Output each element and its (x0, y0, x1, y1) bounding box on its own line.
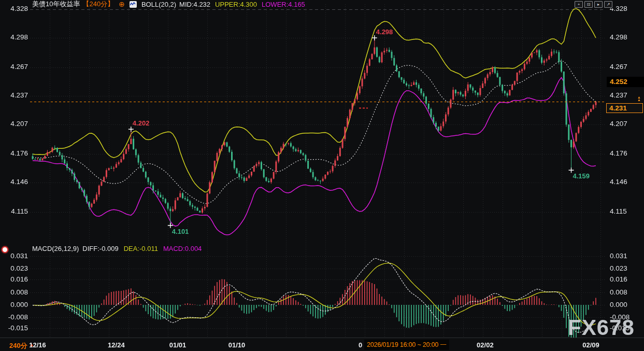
date-label: 01/10 (228, 341, 246, 349)
price-tick-label: 4.267 (610, 63, 627, 71)
macd-tick-label: -0.015 (0, 324, 28, 332)
high-price-tag: 4.252 (607, 77, 644, 87)
timeframe-tag[interactable]: 【240分】 (82, 0, 114, 9)
fit-pane-icon[interactable]: ⊡ (584, 1, 593, 8)
timeframe-footer[interactable]: 240分 (9, 341, 27, 350)
pop-out-icon[interactable]: ↗ (604, 1, 612, 8)
price-tick-label: 4.207 (0, 120, 28, 128)
price-tick-label: 4.146 (610, 178, 627, 186)
macd-tick-label: 0.008 (0, 288, 28, 296)
alert-dot-icon (2, 246, 8, 253)
macd-value: MACD:0.004 (163, 245, 202, 252)
macd-tick-label: 0.023 (610, 264, 627, 272)
macd-diff-value: DIFF:-0.009 (82, 245, 118, 252)
boll-mid-value: MID:4.232 (179, 1, 210, 8)
date-label: 02/09 (582, 341, 599, 349)
macd-legend: MACD(26,12,9) DIFF:-0.009 DEA:-0.011 MAC… (32, 245, 202, 252)
date-range-tooltip: 2026/01/19 16:00 ~ 20:00 一 (364, 340, 449, 350)
main-chart-legend: 美债10年收益率 【240分】 ⊕ BOLL(20,2) MID:4.232 U… (32, 0, 305, 8)
date-label-partial: 0 (359, 341, 362, 349)
chart-type-icon[interactable] (130, 1, 137, 8)
macd-dea-value: DEA:-0.011 (124, 245, 158, 252)
price-tick-label: 4.298 (610, 33, 627, 41)
boll-label: BOLL(20,2) (141, 1, 176, 8)
price-marker-icon: ▲▲ (637, 96, 641, 101)
boll-lower-value: LOWER:4.165 (262, 1, 305, 8)
price-tick-label: 4.176 (610, 149, 627, 157)
price-tick-label: 4.146 (0, 178, 28, 186)
next-pane-icon[interactable]: ▸ (594, 1, 603, 8)
move-tool-icon[interactable]: + (575, 1, 583, 8)
price-tick-label: 4.237 (0, 91, 28, 99)
macd-tick-label: -0.008 (0, 313, 28, 321)
macd-tick-label: 0.016 (610, 275, 627, 283)
boll-upper-value: UPPER:4.300 (215, 1, 257, 8)
macd-tick-label: 0.000 (0, 301, 28, 308)
macd-tick-label: 0.008 (610, 288, 627, 296)
price-tick-label: 4.207 (610, 120, 627, 128)
price-tick-label: 4.298 (0, 33, 28, 41)
add-indicator-icon[interactable]: ⊕ (119, 1, 125, 8)
macd-tick-label: 0.000 (610, 301, 627, 308)
price-tick-label: 4.115 (0, 207, 28, 215)
macd-label: MACD(26,12,9) (32, 245, 79, 252)
chart-window: 美债10年收益率 【240分】 ⊕ BOLL(20,2) MID:4.232 U… (0, 0, 644, 351)
chart-canvas[interactable] (0, 0, 644, 351)
date-label: 02/02 (477, 341, 494, 349)
price-tick-label: 4.237 (610, 91, 627, 99)
date-label: 12/16 (29, 341, 46, 349)
chart-toolbar: + ⊡ ▸ ↗ (573, 1, 614, 8)
macd-tick-label: 0.031 (0, 252, 28, 260)
macd-tick-label: 0.023 (0, 264, 28, 272)
date-label: 01/01 (169, 341, 187, 349)
current-price-tag: 4.231 (606, 103, 643, 113)
price-tick-label: 4.328 (0, 5, 28, 12)
macd-tick-label: 0.016 (0, 275, 28, 283)
price-tick-label: 4.176 (0, 149, 28, 157)
macd-tick-label: 0.031 (610, 252, 627, 260)
time-axis: 240分 ▲ 12/1612/2401/0101/1002/0202/09 0 … (0, 338, 644, 351)
date-label: 12/24 (108, 341, 125, 349)
chart-title: 美债10年收益率 (32, 0, 80, 9)
watermark: FX678 (568, 315, 635, 340)
price-tick-label: 4.267 (0, 63, 28, 71)
price-tick-label: 4.115 (610, 207, 627, 215)
